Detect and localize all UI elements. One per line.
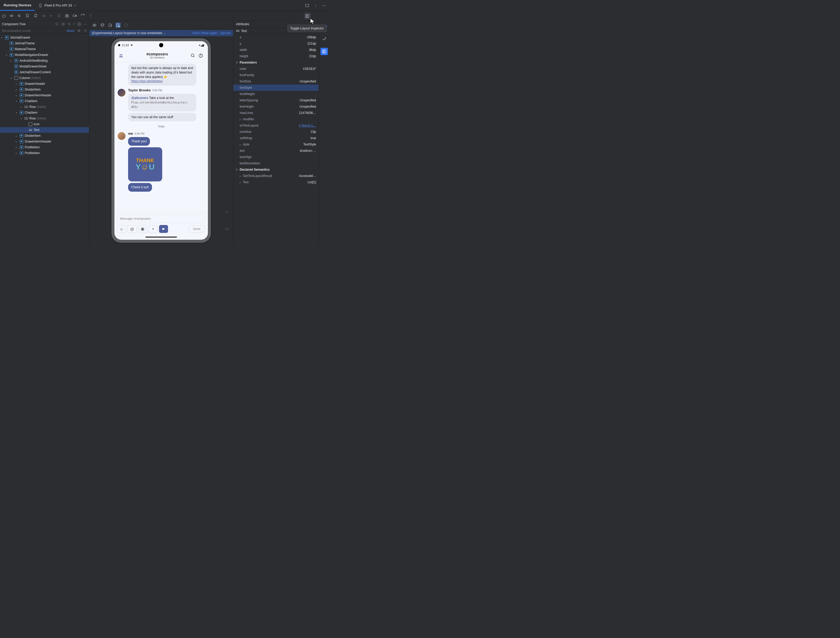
attr-row[interactable]: maxLines21474836…	[234, 110, 319, 116]
attr-row[interactable]: letterSpacingUnspecified	[234, 97, 319, 103]
back-icon[interactable]: ◁	[41, 13, 46, 18]
attr-section-header[interactable]: ▾Declared Semantics	[234, 166, 319, 173]
message-input[interactable]: Message #composers	[117, 215, 205, 223]
select-mode-icon[interactable]	[115, 22, 121, 28]
attr-row[interactable]: overflowClip	[234, 129, 319, 135]
info-icon[interactable]	[199, 53, 204, 58]
tree-node[interactable]: ▸ProfileItem	[0, 150, 89, 156]
image-icon[interactable]: ▣	[138, 225, 147, 233]
expand-icon[interactable]: ⇅	[68, 22, 70, 26]
eye-icon[interactable]	[62, 22, 65, 26]
tree-node[interactable]: ▸DrawerItemHeader	[0, 92, 89, 98]
attr-row[interactable]: height22dp	[234, 53, 319, 59]
search-icon[interactable]	[191, 53, 196, 58]
message-link[interactable]: https://goo.gle/jetnews	[131, 79, 163, 83]
attr-row[interactable]: textdroidcon-…	[234, 148, 319, 154]
camera-icon[interactable]	[159, 225, 168, 233]
minimize-icon[interactable]: —	[84, 22, 87, 26]
tree-node[interactable]: ▾ChatItem	[0, 110, 89, 115]
tree-node[interactable]: ▸AndroidViewBinding	[0, 58, 89, 63]
zoom-in-button[interactable]: ＋	[224, 209, 230, 215]
tree-node[interactable]: ▾Row(inline)	[0, 115, 89, 121]
export-icon[interactable]	[107, 22, 113, 28]
volume-up-icon[interactable]	[9, 13, 14, 18]
message-list[interactable]: fast but this sample is always up to dat…	[114, 62, 208, 212]
tree-node[interactable]: ▸Row(inline)	[0, 104, 89, 110]
window-icon[interactable]	[305, 3, 309, 8]
attr-row[interactable]: fontWeight	[234, 91, 319, 97]
record-icon[interactable]	[73, 13, 77, 18]
tree-node[interactable]: ▸DividerItem	[0, 87, 89, 92]
attr-row[interactable]: softWraptrue	[234, 135, 319, 141]
reset-link[interactable]: Reset	[67, 29, 74, 32]
attr-row[interactable]: width96dp	[234, 47, 319, 53]
power-icon[interactable]	[2, 13, 6, 18]
attr-row[interactable]: ▸modifier	[234, 116, 319, 122]
tab-device[interactable]: Pixel 6 Pro API 33 ×	[35, 0, 80, 11]
fit-screen-button[interactable]: ⛶	[224, 234, 230, 240]
rotate-right-icon[interactable]	[33, 13, 38, 18]
screenshot-icon[interactable]	[65, 13, 69, 18]
copy-icon[interactable]	[77, 29, 81, 32]
more-vert-icon[interactable]: ⋮	[88, 13, 93, 18]
reload-icon[interactable]	[81, 13, 85, 18]
contacts-icon[interactable]	[118, 53, 124, 58]
send-button[interactable]: Send	[188, 225, 205, 233]
eye-icon[interactable]	[92, 22, 97, 28]
tree-node[interactable]: ▾Column(inline)	[0, 75, 89, 81]
attr-row[interactable]: onTextLayoutλ Text.kt:1…	[234, 122, 319, 129]
attr-row[interactable]: x-296dp	[234, 34, 319, 40]
attr-row[interactable]: ▸styleTextStyle	[234, 141, 319, 148]
attr-row[interactable]: fontFamily	[234, 72, 319, 78]
attr-row[interactable]: textAlign	[234, 154, 319, 160]
minimize-icon[interactable]: —	[322, 3, 325, 7]
close-icon[interactable]: ×	[73, 22, 75, 26]
tree-node[interactable]: ▸DrawerItemHeader	[0, 139, 89, 144]
performance-icon[interactable]	[322, 37, 327, 41]
attr-row[interactable]: y221dp	[234, 40, 319, 47]
tree-node[interactable]: JetchatTheme	[0, 40, 89, 46]
tree-node[interactable]: JetchatDrawerContent	[0, 69, 89, 75]
dont-show-link[interactable]: Don't Show Again	[193, 31, 217, 35]
gear-icon[interactable]	[77, 22, 81, 26]
attr-row[interactable]: textDecoration	[234, 160, 319, 166]
tree-node[interactable]: ▸ProfileItem	[0, 144, 89, 150]
avatar[interactable]	[117, 88, 126, 97]
avatar[interactable]	[117, 131, 126, 141]
device-screen[interactable]: 11:52 ✱ ▾◢▮ #composers 42 members	[114, 41, 208, 240]
opt-out-link[interactable]: Opt-out	[220, 31, 231, 35]
zoom-out-button[interactable]: －	[224, 217, 230, 224]
search-icon[interactable]	[55, 22, 59, 26]
tree-node[interactable]: ▾ModalNavigationDrawer	[0, 52, 89, 58]
volume-down-icon[interactable]	[17, 13, 22, 18]
tree-node[interactable]: ModalDrawerSheet	[0, 63, 89, 69]
attr-row[interactable]: ▸TextList[1]	[234, 179, 319, 185]
overview-icon[interactable]: □	[57, 13, 62, 18]
zoom-one-to-one-button[interactable]: 1:1	[224, 226, 230, 232]
block-icon[interactable]	[84, 29, 87, 32]
tree-node[interactable]: ▸DividerItem	[0, 133, 89, 139]
mention-icon[interactable]: @	[128, 225, 136, 233]
nav-handle[interactable]	[145, 237, 177, 238]
tree-node-selected[interactable]: AbText	[0, 127, 89, 133]
tree-node[interactable]: ▾JetchatDrawer	[0, 35, 89, 40]
tab-running-devices[interactable]: Running Devices	[0, 0, 35, 11]
emoji-icon[interactable]: ☺	[117, 225, 126, 233]
tree-node[interactable]: ▾ChatItem	[0, 98, 89, 104]
close-icon[interactable]: ×	[74, 3, 76, 8]
location-icon[interactable]: ⌖	[148, 225, 158, 233]
attr-row[interactable]: ▸GetTextLayoutResultAccessibil…	[234, 173, 319, 179]
device-stage[interactable]: 11:52 ✱ ▾◢▮ #composers 42 members	[89, 36, 233, 245]
rotate-left-icon[interactable]	[25, 13, 30, 18]
attr-row[interactable]: color#1B1B1F	[234, 66, 319, 72]
layers-icon[interactable]	[100, 22, 105, 28]
tree-node[interactable]: ▸DrawerHeader	[0, 81, 89, 87]
tree-node[interactable]: MaterialTheme	[0, 46, 89, 52]
layout-inspector-rail-button[interactable]	[321, 48, 328, 55]
attr-row-selected[interactable]: fontStyle	[234, 85, 319, 91]
attributes-list[interactable]: x-296dp y221dp width96dp height22dp ▾Par…	[234, 34, 319, 245]
attr-section-header[interactable]: ▾Parameters	[234, 59, 319, 66]
more-icon[interactable]: ⋮	[314, 3, 317, 7]
attr-row[interactable]: lineHeightUnspecified	[234, 103, 319, 110]
tree-node[interactable]: Icon	[0, 121, 89, 127]
